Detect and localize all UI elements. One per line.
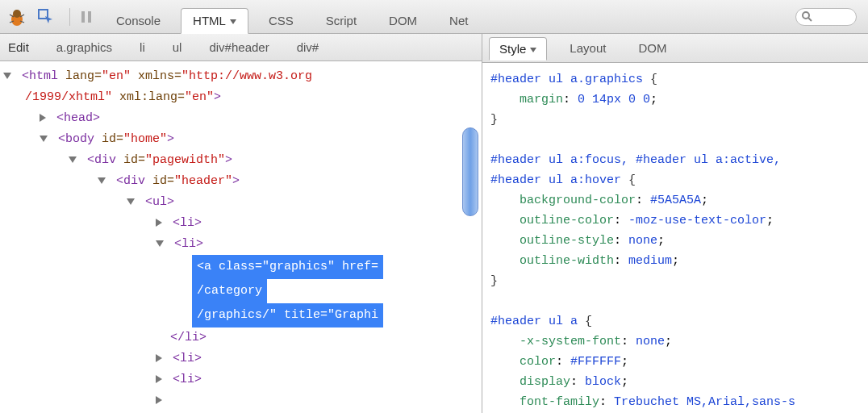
chevron-down-icon [230,19,236,24]
main-toolbar: Console HTML CSS Script DOM Net [0,0,868,34]
tab-style[interactable]: Style [489,37,547,60]
chevron-down-icon [530,48,536,52]
main-tabs: Console HTML CSS Script DOM Net [104,0,480,33]
tab-layout[interactable]: Layout [560,37,616,59]
svg-rect-8 [88,11,91,23]
svg-point-1 [13,10,21,18]
side-panel: Style Layout DOM #header ul a.graphics {… [482,34,868,413]
twisty-icon[interactable] [40,114,46,122]
html-panel: Edit a.graphics li ul div#header div# <h… [0,34,482,413]
firebug-icon[interactable] [5,5,29,29]
svg-line-10 [808,18,812,21]
tab-dom-side[interactable]: DOM [628,37,676,59]
dom-tree[interactable]: <html lang="en" xmlns="http://www.w3.org… [0,61,482,413]
side-tabs: Style Layout DOM [482,34,868,63]
tab-html[interactable]: HTML [181,8,248,34]
twisty-icon[interactable] [156,396,162,404]
scrollbar[interactable] [462,127,478,216]
toolbar-divider [69,8,70,26]
selected-node[interactable]: /category [192,279,267,303]
inspect-icon[interactable] [34,5,58,29]
tab-html-label: HTML [193,14,226,27]
breadcrumb-item[interactable]: div#header [209,40,269,54]
search-icon [801,10,812,24]
breadcrumb: Edit a.graphics li ul div#header div# [0,34,482,61]
tab-console[interactable]: Console [104,8,173,33]
breadcrumb-item[interactable]: div# [297,40,319,54]
tab-dom[interactable]: DOM [377,8,429,33]
selected-node[interactable]: /graphics/" title="Graphi [192,303,383,327]
twisty-icon[interactable] [3,73,11,79]
tab-style-label: Style [499,42,526,56]
svg-point-9 [803,12,809,19]
svg-rect-7 [81,11,85,23]
pause-icon[interactable] [77,7,96,27]
twisty-icon[interactable] [156,240,164,247]
twisty-icon[interactable] [156,219,162,227]
tab-css[interactable]: CSS [257,8,306,33]
tab-net[interactable]: Net [437,8,480,33]
tab-script[interactable]: Script [314,8,369,33]
twisty-icon[interactable] [156,354,162,362]
css-rules[interactable]: #header ul a.graphics { margin: 0 14px 0… [482,63,868,413]
breadcrumb-item[interactable]: ul [173,40,182,54]
selected-node[interactable]: <a class="graphics" href= [192,255,383,279]
twisty-icon[interactable] [156,375,162,383]
twisty-icon[interactable] [127,198,135,205]
twisty-icon[interactable] [69,156,77,163]
edit-button[interactable]: Edit [8,40,29,54]
twisty-icon[interactable] [40,136,48,142]
twisty-icon[interactable] [98,177,106,184]
search-field[interactable] [795,8,857,26]
breadcrumb-item[interactable]: a.graphics [56,40,112,54]
breadcrumb-item[interactable]: li [140,40,145,54]
